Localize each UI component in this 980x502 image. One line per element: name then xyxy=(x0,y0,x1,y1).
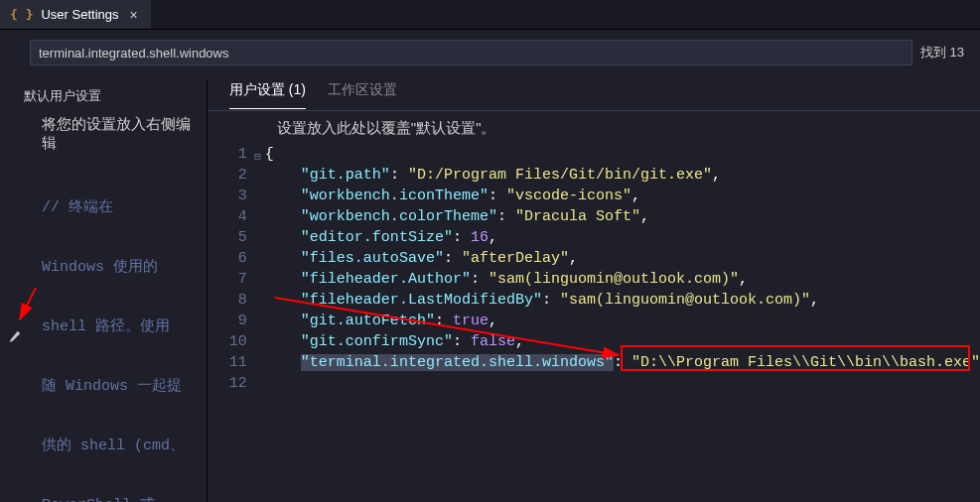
code-key: "git.path" xyxy=(301,167,390,184)
tab-bar: { } User Settings × xyxy=(0,0,980,30)
code-body[interactable]: { "git.path": "D:/Program Files/Git/bin/… xyxy=(265,144,980,394)
pencil-icon[interactable] xyxy=(8,329,22,343)
line-number: 11 xyxy=(208,352,247,373)
code-value: "vscode-icons" xyxy=(506,188,631,204)
code-key: "fileheader.LastModifiedBy" xyxy=(301,292,542,309)
line-number: 8 xyxy=(208,290,247,311)
settings-scope-tabs: 用户设置 (1) 工作区设置 xyxy=(208,79,980,111)
close-icon[interactable]: × xyxy=(127,7,141,23)
user-settings-panel: 用户设置 (1) 工作区设置 设置放入此处以覆盖"默认设置"。 1⊟ 2 3 4… xyxy=(208,79,980,502)
braces-icon: { } xyxy=(10,7,33,22)
code-value: true xyxy=(453,313,489,329)
settings-search-input[interactable] xyxy=(30,40,912,65)
tab-user-settings[interactable]: { } User Settings × xyxy=(0,0,152,29)
default-settings-panel: 默认用户设置 将您的设置放入右侧编辑 // 终端在 Windows 使用的 sh… xyxy=(0,79,208,502)
code-key: "git.confirmSync" xyxy=(301,333,453,350)
code-token: { xyxy=(265,146,274,163)
comment-line: // 终端在 xyxy=(42,198,203,218)
fold-icon[interactable]: ⊟ xyxy=(254,147,261,168)
code-key: "workbench.iconTheme" xyxy=(301,188,489,204)
code-value: "sam(linguomin@outlook.com)" xyxy=(560,292,810,309)
line-number: 6 xyxy=(208,248,247,269)
default-settings-title: 默认用户设置 xyxy=(0,79,207,115)
tab-user-scope[interactable]: 用户设置 (1) xyxy=(229,81,306,109)
code-value: "sam(linguomin@outlook.com)" xyxy=(489,271,739,288)
line-number: 5 xyxy=(208,227,247,248)
code-value: 16 xyxy=(471,229,489,246)
line-number: 9 xyxy=(208,311,247,331)
user-settings-editor[interactable]: 1⊟ 2 3 4 5 6 7 8 9 10 11 12 { "git.path"… xyxy=(208,144,980,394)
default-settings-code[interactable]: // 终端在 Windows 使用的 shell 路径。使用 随 Windows… xyxy=(0,159,207,502)
comment-line: PowerShell 或 xyxy=(42,496,203,502)
code-value: "afterDelay" xyxy=(462,250,569,267)
comment-line: 供的 shell (cmd、 xyxy=(42,437,203,456)
code-key: "terminal.integrated.shell.windows" xyxy=(301,354,614,371)
gutter: 1⊟ 2 3 4 5 6 7 8 9 10 11 12 xyxy=(208,144,265,394)
line-number: 4 xyxy=(208,206,247,227)
code-key: "workbench.colorTheme" xyxy=(301,208,497,225)
code-value: "Dracula Soft" xyxy=(515,208,640,225)
comment-line: 随 Windows 一起提 xyxy=(42,377,203,397)
settings-split: 默认用户设置 将您的设置放入右侧编辑 // 终端在 Windows 使用的 sh… xyxy=(0,79,980,502)
comment-line: shell 路径。使用 xyxy=(42,317,203,337)
search-row: 找到 13 xyxy=(0,30,980,79)
user-settings-hint: 设置放入此处以覆盖"默认设置"。 xyxy=(208,111,980,144)
code-key: "editor.fontSize" xyxy=(301,229,453,246)
line-number: 1⊟ xyxy=(208,144,247,165)
line-number: 7 xyxy=(208,269,247,290)
code-key: "files.autoSave" xyxy=(301,250,444,267)
default-settings-hint: 将您的设置放入右侧编辑 xyxy=(0,115,207,159)
code-value: false xyxy=(471,333,515,350)
search-results-count: 找到 13 xyxy=(920,44,968,62)
line-number: 2 xyxy=(208,165,247,186)
code-value: "D:\\Program Files\\Git\\bin\\bash.exe" xyxy=(631,354,980,371)
code-value: "D:/Program Files/Git/bin/git.exe" xyxy=(408,167,712,184)
code-key: "fileheader.Author" xyxy=(301,271,471,288)
line-number: 12 xyxy=(208,373,247,394)
comment-line: Windows 使用的 xyxy=(42,258,203,278)
tab-workspace-scope[interactable]: 工作区设置 xyxy=(328,81,397,108)
tab-title: User Settings xyxy=(41,7,118,22)
code-key: "git.autoFetch" xyxy=(301,313,435,329)
line-number: 3 xyxy=(208,186,247,206)
line-number: 10 xyxy=(208,331,247,352)
